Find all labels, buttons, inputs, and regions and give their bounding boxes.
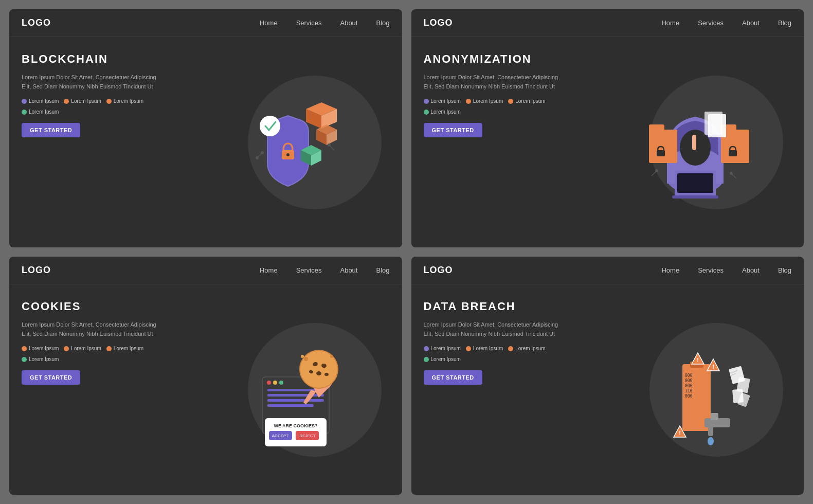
logo-databreach: LOGO (424, 265, 453, 276)
svg-point-76 (708, 437, 714, 445)
badge-c4: Lorem Ipsum (22, 356, 59, 362)
badge-c2: Lorem Ipsum (64, 346, 101, 351)
nav-blog-1[interactable]: Blog (376, 19, 389, 27)
illustration-cookies: WE ARE COOKIES? ACCEPT REJECT (174, 284, 402, 495)
nav-services-3[interactable]: Services (296, 266, 322, 274)
nav-home-1[interactable]: Home (260, 19, 278, 27)
svg-text:000: 000 (685, 384, 693, 388)
badge-d2: Lorem Ipsum (466, 346, 503, 351)
svg-point-54 (316, 371, 321, 375)
nav-blog-4[interactable]: Blog (778, 266, 791, 274)
svg-text:ACCEPT: ACCEPT (272, 434, 289, 438)
svg-point-57 (304, 357, 308, 361)
nav-links-anonymization: Home Services About Blog (661, 19, 791, 27)
nav-links-cookies: Home Services About Blog (260, 266, 390, 274)
nav-home-4[interactable]: Home (661, 266, 679, 274)
svg-text:!: ! (712, 364, 714, 371)
svg-rect-21 (677, 173, 713, 193)
nav-services-4[interactable]: Services (698, 266, 724, 274)
badge-d1: Lorem Ipsum (424, 346, 461, 351)
nav-services-2[interactable]: Services (698, 19, 724, 27)
title-blockchain: BLOCKCHAIN (22, 52, 174, 66)
text-blockchain: BLOCKCHAIN Lorem Ipsum Dolor Sit Amet, C… (9, 37, 186, 247)
nav-anonymization: LOGO Home Services About Blog (411, 9, 804, 37)
get-started-anonymization[interactable]: GET STARTED (424, 123, 482, 137)
badges-blockchain: Lorem Ipsum Lorem Ipsum Lorem Ipsum Lore… (22, 98, 174, 115)
svg-text:110: 110 (685, 389, 693, 393)
svg-rect-41 (267, 399, 324, 402)
nav-blog-3[interactable]: Blog (376, 266, 389, 274)
nav-blog-2[interactable]: Blog (778, 19, 791, 27)
databreach-svg: 000 000 000 110 000 ! ! ! (618, 318, 762, 462)
nav-about-3[interactable]: About (340, 266, 357, 274)
card-anonymization: LOGO Home Services About Blog ANONYMIZAT… (411, 9, 804, 247)
nav-about-2[interactable]: About (742, 19, 760, 27)
badge-a3: Lorem Ipsum (508, 98, 545, 104)
title-databreach: DATA BREACH (424, 300, 576, 313)
svg-point-1 (286, 153, 290, 156)
text-databreach: DATA BREACH Lorem Ipsum Dolor Sit Amet, … (411, 284, 588, 495)
logo-anonymization: LOGO (424, 17, 453, 28)
badge-4: Lorem Ipsum (22, 109, 59, 115)
nav-cookies: LOGO Home Services About Blog (9, 257, 402, 284)
nav-home-3[interactable]: Home (260, 266, 278, 274)
nav-links-databreach: Home Services About Blog (661, 266, 791, 274)
svg-text:000: 000 (685, 373, 693, 378)
badges-cookies: Lorem Ipsum Lorem Ipsum Lorem Ipsum Lore… (22, 346, 174, 362)
nav-databreach: LOGO Home Services About Blog (411, 257, 804, 284)
badge-c1: Lorem Ipsum (22, 346, 59, 351)
svg-rect-74 (711, 413, 718, 420)
badges-anonymization: Lorem Ipsum Lorem Ipsum Lorem Ipsum Lore… (424, 98, 576, 115)
blockchain-svg (216, 70, 360, 214)
nav-home-2[interactable]: Home (661, 19, 679, 27)
cookies-svg: WE ARE COOKIES? ACCEPT REJECT (216, 318, 360, 462)
card-cookies: LOGO Home Services About Blog COOKIES Lo… (9, 257, 402, 495)
get-started-cookies[interactable]: GET STARTED (22, 370, 80, 385)
title-cookies: COOKIES (22, 300, 174, 313)
svg-line-32 (652, 171, 657, 176)
content-blockchain: BLOCKCHAIN Lorem Ipsum Dolor Sit Amet, C… (9, 37, 402, 247)
logo-cookies: LOGO (22, 265, 51, 276)
svg-rect-42 (267, 404, 314, 407)
nav-about-1[interactable]: About (340, 19, 357, 27)
svg-rect-30 (704, 112, 722, 135)
main-grid: LOGO Home Services About Blog BLOCKCHAIN… (0, 0, 813, 504)
card-databreach: LOGO Home Services About Blog DATA BREAC… (411, 257, 804, 495)
anonymization-svg (618, 70, 762, 214)
svg-point-59 (330, 355, 333, 358)
svg-rect-19 (692, 135, 696, 150)
svg-rect-22 (672, 195, 718, 199)
content-cookies: COOKIES Lorem Ipsum Dolor Sit Amet, Cons… (9, 284, 402, 495)
nav-blockchain: LOGO Home Services About Blog (9, 9, 402, 37)
title-anonymization: ANONYMIZATION (424, 52, 576, 66)
svg-text:WE ARE COOKIES?: WE ARE COOKIES? (274, 423, 317, 428)
svg-point-37 (273, 381, 277, 385)
svg-text:!: ! (697, 357, 699, 363)
get-started-blockchain[interactable]: GET STARTED (22, 123, 80, 137)
illustration-blockchain (174, 37, 402, 247)
get-started-databreach[interactable]: GET STARTED (424, 370, 482, 385)
svg-point-2 (260, 116, 280, 136)
svg-rect-75 (708, 426, 713, 436)
badge-2: Lorem Ipsum (64, 98, 101, 104)
svg-line-15 (257, 153, 262, 158)
logo-blockchain: LOGO (22, 17, 51, 28)
desc-blockchain: Lorem Ipsum Dolor Sit Amet, Consectetuer… (22, 73, 174, 91)
desc-databreach: Lorem Ipsum Dolor Sit Amet, Consectetuer… (424, 320, 576, 338)
badge-3: Lorem Ipsum (106, 98, 143, 104)
nav-services-1[interactable]: Services (296, 19, 322, 27)
content-anonymization: ANONYMIZATION Lorem Ipsum Dolor Sit Amet… (411, 37, 804, 247)
badges-databreach: Lorem Ipsum Lorem Ipsum Lorem Ipsum Lore… (424, 346, 576, 362)
badge-a1: Lorem Ipsum (424, 98, 461, 104)
badge-1: Lorem Ipsum (22, 98, 59, 104)
nav-about-4[interactable]: About (742, 266, 760, 274)
svg-rect-25 (657, 150, 665, 156)
badge-a2: Lorem Ipsum (466, 98, 503, 104)
svg-rect-28 (729, 150, 737, 156)
svg-rect-24 (649, 124, 664, 132)
text-cookies: COOKIES Lorem Ipsum Dolor Sit Amet, Cons… (9, 284, 186, 495)
svg-text:!: ! (679, 430, 681, 436)
svg-line-16 (329, 145, 334, 150)
illustration-anonymization (576, 37, 804, 247)
svg-text:000: 000 (685, 379, 693, 383)
